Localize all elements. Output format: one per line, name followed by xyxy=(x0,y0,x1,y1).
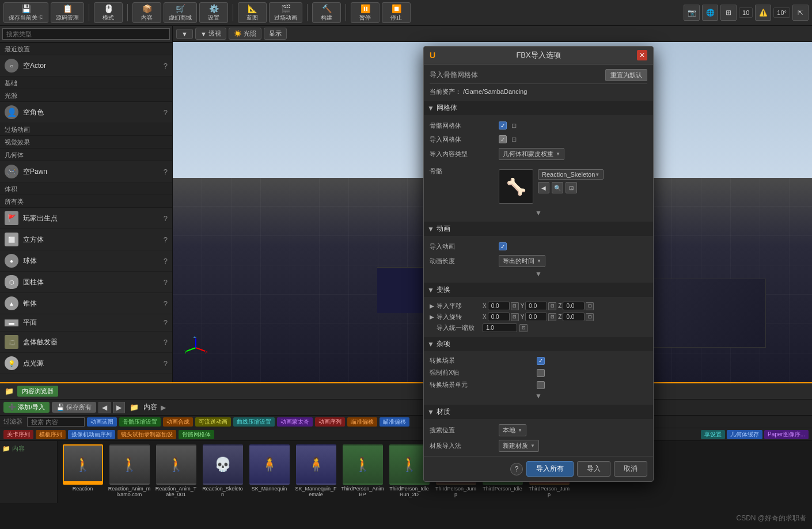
save-all-btn[interactable]: 💾 保存所有 xyxy=(52,402,96,413)
save-tab-button[interactable]: 💾 保存当前关卡 xyxy=(3,2,48,23)
import-all-btn[interactable]: 导入所有 xyxy=(526,461,574,477)
stop-button[interactable]: ⏹️ 停止 xyxy=(382,2,411,23)
help-icon6[interactable]: ? xyxy=(164,257,168,265)
content-browser-tab[interactable]: 内容浏览器 xyxy=(17,386,58,397)
help-icon2[interactable]: ? xyxy=(164,108,168,117)
help-btn[interactable]: ? xyxy=(510,463,523,475)
pause-button[interactable]: ⏸️ 暂停 xyxy=(351,2,380,23)
content-button[interactable]: 📦 内容 xyxy=(132,2,161,23)
actor-plane[interactable]: ▬ 平面 ? xyxy=(0,314,172,332)
translate-x-input[interactable] xyxy=(488,302,510,310)
nav-back-btn[interactable]: ◀ xyxy=(98,402,111,413)
help-icon8[interactable]: ? xyxy=(164,299,168,308)
filter-tag-curve-compress[interactable]: 曲线压缩设置 xyxy=(233,417,275,427)
import-texture-checkbox[interactable] xyxy=(537,456,545,456)
tag-camera-anim[interactable]: 摄像机动画序列 xyxy=(68,430,115,439)
actor-cone[interactable]: ▲ 锥体 ? xyxy=(0,293,172,314)
filter-tag-skeleton-compress[interactable]: 骨骼压缩设置 xyxy=(119,417,161,427)
build-button[interactable]: 🔨 构建 xyxy=(312,2,341,23)
rotate-y-arrow[interactable]: ⊡ xyxy=(548,313,556,321)
translate-z-input[interactable] xyxy=(563,302,585,310)
rotate-z-input[interactable] xyxy=(563,313,585,321)
help-icon9[interactable]: ? xyxy=(164,318,168,327)
asset-tp-animbp[interactable]: 🚶 ThirdPerson_AnimBP xyxy=(341,444,384,497)
asset-reaction-skeleton[interactable]: 💀 Reaction_Skeleton xyxy=(201,444,244,497)
skeleton-dropdown[interactable]: Reaction_Skeleton xyxy=(538,169,604,180)
actor-item-empty-char[interactable]: 👤 空角色 ? xyxy=(0,102,172,123)
transform-section-header[interactable]: ▼ 变换 xyxy=(424,283,653,297)
search-location-select[interactable]: 本地 xyxy=(499,424,526,436)
import-mesh-checkbox[interactable] xyxy=(499,135,507,143)
add-import-btn[interactable]: ➕ 添加/导入 xyxy=(3,402,50,413)
asset-sk-mannequin-female[interactable]: 🧍 SK_Mannequin_Female xyxy=(294,444,337,497)
rotate-z-arrow[interactable]: ⊡ xyxy=(586,313,594,321)
expand-icon[interactable]: ⇱ xyxy=(792,5,809,21)
filter-tag-aim-offset[interactable]: 瞄准偏移 xyxy=(347,417,377,427)
help-icon4[interactable]: ? xyxy=(164,214,168,223)
rotate-y-input[interactable] xyxy=(525,313,547,321)
help-icon5[interactable]: ? xyxy=(164,235,168,244)
actor-trigger[interactable]: ⬚ 盒体触发器 ? xyxy=(0,332,172,353)
asset-reaction[interactable]: 🚶 Reaction xyxy=(61,444,104,492)
rotate-x-input[interactable] xyxy=(488,313,510,321)
viewport-dropdown-btn[interactable]: ▼ xyxy=(176,29,193,39)
actor-item-empty-actor[interactable]: ○ 空Actor ? xyxy=(0,55,172,77)
translate-z-arrow[interactable]: ⊡ xyxy=(586,302,594,310)
convert-scene-checkbox[interactable] xyxy=(537,357,545,365)
filter-tag-anim-bp[interactable]: 动画蓝图 xyxy=(87,417,117,427)
material-import-select[interactable]: 新建材质 xyxy=(499,440,539,452)
help-icon7[interactable]: ? xyxy=(164,278,168,287)
filter-tag-anim-seq[interactable]: 动画序列 xyxy=(315,417,345,427)
help-icon10[interactable]: ? xyxy=(164,338,168,347)
vr-shop-button[interactable]: 🛒 虚幻商城 xyxy=(164,2,197,23)
rotate-x-arrow[interactable]: ⊡ xyxy=(511,313,519,321)
asset-sk-mannequin[interactable]: 🧍 SK_Mannequin xyxy=(248,444,291,492)
nav-forward-btn[interactable]: ▶ xyxy=(113,402,125,413)
content-type-select[interactable]: 几何体和蒙皮权重 xyxy=(499,148,564,160)
filter-tag-aim-offset2[interactable]: 瞄准偏移 xyxy=(380,417,409,427)
import-btn[interactable]: 导入 xyxy=(577,461,610,477)
translate-y-arrow[interactable]: ⊡ xyxy=(548,302,556,310)
actor-cube[interactable]: ⬜ 立方体 ? xyxy=(0,229,172,250)
cancel-btn[interactable]: 取消 xyxy=(614,461,647,477)
fbx-close-btn[interactable]: ✕ xyxy=(637,50,647,60)
cinematic-button[interactable]: 🎬 过场动画 xyxy=(269,2,302,23)
scale-input[interactable] xyxy=(483,324,517,332)
translate-expand[interactable]: ▶ xyxy=(430,303,434,309)
settings-button[interactable]: ⚙️ 设置 xyxy=(199,2,228,23)
filter-tag-montage[interactable]: 动画蒙太奇 xyxy=(277,417,313,427)
filter-tag-anim-composite[interactable]: 动画合成 xyxy=(163,417,193,427)
tag-level-seq[interactable]: 关卡序列 xyxy=(3,430,33,439)
camera-icon[interactable]: 📷 xyxy=(684,5,700,21)
grid-icon[interactable]: ⊞ xyxy=(720,5,737,21)
help-icon3[interactable]: ? xyxy=(164,168,168,176)
asset-reaction-mixamo[interactable]: 🚶 Reaction_Anim_mixamo.com xyxy=(108,444,151,497)
tag-template-seq[interactable]: 模板序列 xyxy=(36,430,66,439)
skeleton-search-btn[interactable]: 🔍 xyxy=(552,182,563,193)
scale-arrow[interactable]: ⊡ xyxy=(519,324,528,332)
actor-spawn[interactable]: 🚩 玩家出生点 ? xyxy=(0,208,172,229)
content-search-input[interactable] xyxy=(27,417,85,427)
actor-point-light[interactable]: 💡 点光源 ? xyxy=(0,353,172,374)
translate-y-input[interactable] xyxy=(525,302,547,310)
expand-misc-btn[interactable]: ▼ xyxy=(535,392,542,400)
mesh-section-header[interactable]: ▼ 网格体 xyxy=(424,101,653,115)
actor-cylinder[interactable]: ⬡ 圆柱体 ? xyxy=(0,272,172,293)
help-icon[interactable]: ? xyxy=(164,62,168,70)
help-icon11[interactable]: ? xyxy=(164,359,168,368)
tree-item-content[interactable]: 📁 内容 xyxy=(2,443,55,454)
skeleton-copy-btn[interactable]: ⊡ xyxy=(566,182,577,193)
import-anim-checkbox[interactable] xyxy=(499,242,507,250)
skeleton-mesh-checkbox[interactable] xyxy=(499,121,507,130)
rotate-expand[interactable]: ▶ xyxy=(430,314,434,320)
tag-paper[interactable]: Paper图像序... xyxy=(764,430,809,439)
anim-length-select[interactable]: 导出的时间 xyxy=(499,255,545,267)
tag-geo-cache[interactable]: 几何体缓存 xyxy=(727,430,762,439)
translate-x-arrow[interactable]: ⊡ xyxy=(511,302,519,310)
anim-section-header[interactable]: ▼ 动画 xyxy=(424,222,653,236)
asset-reaction-take[interactable]: 🚶 Reaction_Anim_Take_001 xyxy=(154,444,198,497)
source-mgmt-button[interactable]: 📋 源码管理 xyxy=(51,2,84,23)
expand-anim-btn[interactable]: ▼ xyxy=(535,270,542,278)
search-input[interactable] xyxy=(2,28,170,40)
perspective-btn[interactable]: ▼ 透视 xyxy=(195,28,226,40)
